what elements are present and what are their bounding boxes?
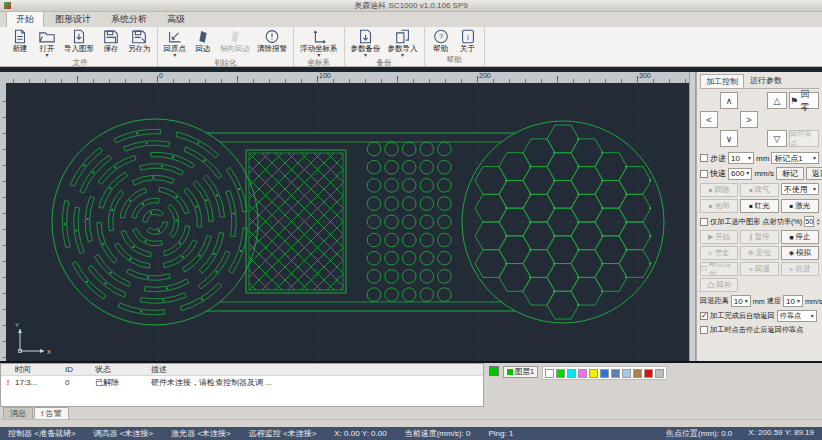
jog-right-button[interactable]: > [740, 111, 758, 128]
help-label: 帮助 [433, 45, 448, 53]
ruler-label: 100 [319, 72, 331, 79]
open-button[interactable]: 打开▾ [35, 27, 59, 58]
open-folder-icon [38, 28, 56, 45]
patch-cut-label: 回补 [716, 280, 731, 290]
ribbon-tab-home[interactable]: 开始 [6, 10, 44, 27]
ribbon-tab-graphic-design[interactable]: 图形设计 [46, 11, 100, 27]
step-value-combo[interactable]: 10▾ [728, 152, 754, 164]
locate-button[interactable]: ⊕定位 [740, 246, 778, 260]
follow-button[interactable]: ■跟随 [700, 183, 738, 197]
floating-coordinate-button[interactable]: 浮动坐标系▾ [298, 27, 340, 58]
go-edge-button[interactable]: 回边 [191, 27, 215, 53]
step-back-button[interactable]: «回退 [740, 262, 778, 276]
log-tab-messages[interactable]: 消息 [3, 407, 33, 419]
color-swatch-8[interactable] [633, 369, 642, 378]
log-tab-alarms[interactable]: !告警 [34, 407, 69, 419]
step-forward-icon: » [789, 266, 793, 273]
auto-return-checkbox[interactable] [700, 312, 708, 320]
back-speed-unit: mm/s [805, 297, 822, 306]
backup-doc-icon [357, 28, 375, 45]
clear-alarm-button[interactable]: 清除报警 [255, 27, 289, 53]
log-status: 已解除 [95, 377, 151, 388]
stop-button[interactable]: ■停止 [781, 230, 819, 244]
return-button[interactable]: 返回 [806, 167, 822, 180]
color-swatch-1[interactable] [556, 369, 565, 378]
z-down-button[interactable]: ▽ [767, 130, 787, 147]
color-swatch-3[interactable] [578, 369, 587, 378]
color-swatch-7[interactable] [622, 369, 631, 378]
ruler-label: 200 [479, 72, 491, 79]
stop-return-checkbox[interactable] [700, 326, 708, 334]
ruler-label: 0 [159, 72, 163, 79]
breakpoint-locate-icon: ☐ [701, 265, 707, 273]
log-row[interactable]: !17:3...0已解除硬件未连接，请检查控制器及调 ... [1, 376, 483, 388]
ribbon-tab-system-analysis[interactable]: 系统分析 [102, 11, 156, 27]
square-icon: ■ [749, 203, 753, 209]
laser-button[interactable]: ■激光 [781, 199, 819, 213]
back-distance-combo[interactable]: 10▾ [731, 295, 751, 307]
jog-down-button[interactable]: ∨ [720, 130, 738, 147]
start-button[interactable]: ▶开始 [700, 230, 738, 244]
step-label: 步进 [710, 153, 726, 164]
gas-select[interactable]: 不使用▾ [781, 183, 819, 195]
blow-air-button[interactable]: ■吹气 [740, 183, 778, 197]
log-tab-label: 消息 [10, 408, 26, 419]
alarm-table-header: 时间ID状态描述 [1, 364, 483, 376]
color-swatch-4[interactable] [589, 369, 598, 378]
jog-up-button[interactable]: ∧ [720, 92, 738, 109]
red-light-label: 红光 [755, 201, 770, 211]
help-button[interactable]: ?帮助 [429, 27, 453, 53]
import-graphic-button[interactable]: 导入图形 [62, 27, 96, 53]
only-selected-checkbox[interactable] [700, 218, 708, 226]
panel-tab-run-params[interactable]: 运行参数 [745, 74, 787, 88]
ribbon-tab-advanced[interactable]: 高级 [158, 11, 194, 27]
fast-checkbox[interactable] [700, 170, 708, 178]
go-zero-button[interactable]: ⚑ 回零 [789, 92, 819, 109]
breakpoint-locate-button[interactable]: ☐断点定位 [700, 262, 738, 276]
panel-tab-process-control[interactable]: 加工控制 [700, 74, 744, 88]
save-button[interactable]: 保存 [99, 27, 123, 53]
dock-point-select[interactable]: 停靠点▾ [777, 310, 817, 322]
fast-value-combo[interactable]: 600▾ [728, 168, 752, 180]
step-checkbox[interactable] [700, 154, 708, 162]
go-dock-button[interactable]: 回停靠点 [789, 130, 819, 147]
resize-strip [0, 419, 822, 427]
param-backup-button[interactable]: 参数备份▾ [349, 27, 383, 58]
back-speed-combo[interactable]: 10▾ [783, 295, 803, 307]
alarm-table: 时间ID状态描述 !17:3...0已解除硬件未连接，请检查控制器及调 ... [0, 363, 484, 407]
mark-button[interactable]: 标记 [776, 167, 804, 180]
color-swatch-5[interactable] [600, 369, 609, 378]
simulate-button[interactable]: ◈模拟 [781, 246, 819, 260]
layer-chip[interactable]: 图层1 [503, 366, 538, 378]
about-button[interactable]: i关于 [456, 27, 480, 53]
pause-button[interactable]: ∥暂停 [740, 230, 778, 244]
cad-drawing[interactable]: XY [6, 83, 689, 361]
spinner-arrows-icon[interactable]: ▲▼ [816, 218, 820, 226]
square-icon: ■ [749, 187, 753, 193]
go-origin-button[interactable]: 回原点▾ [162, 27, 189, 58]
color-swatch-6[interactable] [611, 369, 620, 378]
save-as-button[interactable]: 另存为 [126, 27, 153, 53]
z-up-button[interactable]: △ [767, 92, 787, 109]
color-swatch-2[interactable] [567, 369, 576, 378]
red-light-button[interactable]: ■红光 [740, 199, 778, 213]
new-button[interactable]: 新建 [8, 27, 32, 53]
simulate-label: 模拟 [796, 248, 811, 258]
shutter-button[interactable]: ■光闸 [700, 199, 738, 213]
panel-splitter[interactable] [689, 72, 696, 361]
ribbon-group-initialization: 回原点▾回边轴向回边清除报警初始化 [158, 27, 295, 66]
jog-left-button[interactable]: < [700, 111, 718, 128]
step-forward-button[interactable]: »前进 [781, 262, 819, 276]
color-swatch-0[interactable] [545, 369, 554, 378]
color-swatch-9[interactable] [644, 369, 653, 378]
ribbon-group-label: 备份 [349, 58, 420, 69]
color-swatch-10[interactable] [655, 369, 664, 378]
axis-go-edge-button[interactable]: 轴向回边 [218, 27, 252, 53]
mark-point-select[interactable]: 标记点1▾ [771, 152, 819, 164]
patch-cut-button[interactable]: 凸回补 [700, 278, 738, 292]
log-area: 时间ID状态描述 !17:3...0已解除硬件未连接，请检查控制器及调 ... … [0, 361, 822, 407]
dry-run-button[interactable]: ▹空走 [700, 246, 738, 260]
param-import-button[interactable]: 参数导入▾ [386, 27, 420, 58]
fast-row: 快速 600▾ mm/s 标记 返回 [700, 167, 819, 180]
burst-power-input[interactable]: 50 [804, 216, 814, 227]
